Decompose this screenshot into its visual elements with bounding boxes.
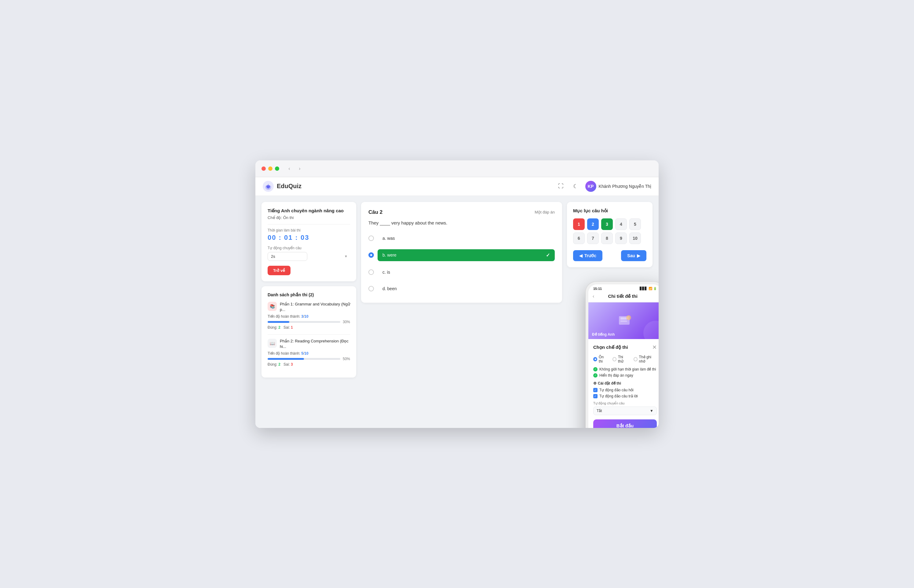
start-button[interactable]: Bắt đầu bbox=[593, 419, 657, 428]
modal-title: Chọn chế độ thi bbox=[593, 344, 628, 350]
phone-screen-title: Chi tiết đề thi bbox=[597, 294, 649, 299]
sections-title: Danh sách phần thi (2) bbox=[268, 292, 350, 297]
info-card: Tiếng Anh chuyên ngành nâng cao Chế độ: … bbox=[262, 202, 356, 281]
radio-dot-b bbox=[370, 254, 372, 256]
q-num-5[interactable]: 5 bbox=[629, 218, 641, 230]
svg-rect-4 bbox=[620, 321, 627, 321]
user-avatar[interactable]: KP Khánh Phương Nguyễn Thị bbox=[585, 181, 651, 192]
mode-options: Ôn thi Thi thử Thẻ ghi nhớ bbox=[593, 355, 657, 363]
progress-bar-1 bbox=[268, 321, 340, 323]
score-line-1: Đúng: 2 Sai: 1 bbox=[268, 325, 350, 330]
progress-fill-2 bbox=[268, 358, 304, 360]
progress-pct-2: 50% bbox=[343, 357, 350, 361]
mode-radio-thithu[interactable]: Thi thử bbox=[612, 355, 629, 363]
user-name: Khánh Phương Nguyễn Thị bbox=[599, 184, 651, 189]
phone-banner-illustration bbox=[616, 312, 634, 330]
radio-circle-onthi bbox=[593, 357, 597, 361]
svg-rect-3 bbox=[620, 320, 627, 320]
option-b[interactable]: b. were ✓ bbox=[368, 248, 555, 262]
header-right: ⛶ ☾ KP Khánh Phương Nguyễn Thị bbox=[556, 181, 651, 192]
section-card: Danh sách phần thi (2) 📚 Phần 1: Grammar… bbox=[262, 286, 356, 378]
timer-section: Thời gian làm bài thi 00 : 01 : 03 bbox=[268, 228, 350, 242]
checkbox-2: ✓ bbox=[593, 394, 597, 398]
section-header: 📚 Phần 1: Grammar and Vocabulary (Ngữ p.… bbox=[268, 302, 350, 312]
app-logo: EduQuiz bbox=[263, 181, 302, 192]
app-content: Tiếng Anh chuyên ngành nâng cao Chế độ: … bbox=[255, 196, 659, 428]
browser-window: ‹ › EduQuiz ⛶ ☾ KP Khánh Phương Nguyễn T… bbox=[255, 160, 659, 428]
course-title: Tiếng Anh chuyên ngành nâng cao bbox=[268, 208, 350, 213]
modal-close-icon[interactable]: ✕ bbox=[652, 344, 657, 351]
option-label-a: a. was bbox=[378, 233, 555, 244]
q-num-2[interactable]: 2 bbox=[587, 218, 599, 230]
phone-back-icon[interactable]: ‹ bbox=[593, 294, 594, 299]
auto-select[interactable]: 2s 5s Tắt bbox=[268, 252, 307, 261]
theme-icon[interactable]: ☾ bbox=[571, 181, 580, 191]
option-a[interactable]: a. was bbox=[368, 231, 555, 245]
section-divider bbox=[268, 334, 350, 335]
radio-a[interactable] bbox=[368, 236, 374, 241]
checkbox-1: ✓ bbox=[593, 388, 597, 392]
options-list: a. was b. were ✓ bbox=[368, 231, 555, 296]
radio-b[interactable] bbox=[368, 252, 374, 258]
mode-label: Chế độ: Ôn thi bbox=[268, 215, 350, 220]
forward-arrow[interactable]: › bbox=[296, 165, 304, 173]
progress-bar-wrap-2: 50% bbox=[268, 357, 350, 361]
q-num-7[interactable]: 7 bbox=[587, 233, 599, 244]
auto-select-wrapper: 2s 5s Tắt ▼ bbox=[268, 252, 350, 261]
q-num-9[interactable]: 9 bbox=[615, 233, 627, 244]
settings-section: ⚙ Cài đặt đề thi ✓ Tự động đảo câu hỏi ✓… bbox=[593, 381, 657, 398]
progress-fill-1 bbox=[268, 321, 289, 323]
check-item-2: ✓ Hiển thị đáp án ngay bbox=[593, 373, 657, 378]
mode-radio-onthi[interactable]: Ôn thi bbox=[593, 355, 607, 363]
section-icon-2: 📖 bbox=[268, 339, 277, 348]
phone-topbar: ‹ Chi tiết đề thi bbox=[588, 292, 659, 302]
question-text: They ____ very happy about the news. bbox=[368, 220, 555, 225]
auto-switch-section: Tự động chuyển câu Tắt ▼ bbox=[593, 401, 657, 415]
app-header: EduQuiz ⛶ ☾ KP Khánh Phương Nguyễn Thị bbox=[255, 177, 659, 196]
q-num-1[interactable]: 1 bbox=[573, 218, 585, 230]
check-dot-2: ✓ bbox=[593, 373, 597, 378]
next-button[interactable]: Sau ▶ bbox=[621, 250, 646, 261]
check-dot-1: ✓ bbox=[593, 367, 597, 372]
section-item-2: 📖 Phần 2: Reading Comprehension (Đọc hi.… bbox=[268, 338, 350, 367]
radio-circle-theghinho bbox=[633, 357, 638, 361]
section-name-1: Phần 1: Grammar and Vocabulary (Ngữ p... bbox=[280, 302, 350, 312]
traffic-light-yellow[interactable] bbox=[268, 166, 273, 171]
option-d[interactable]: d. been bbox=[368, 282, 555, 296]
radio-circle-thithu bbox=[612, 357, 617, 361]
progress-label-2: Tiến độ hoàn thành: 5/10 bbox=[268, 351, 350, 355]
checkbox-item-1[interactable]: ✓ Tự động đảo câu hỏi bbox=[593, 388, 657, 392]
q-num-8[interactable]: 8 bbox=[601, 233, 613, 244]
prev-button[interactable]: ◀ Trước bbox=[573, 250, 602, 261]
progress-pct-1: 30% bbox=[343, 320, 350, 324]
radio-d[interactable] bbox=[368, 286, 374, 291]
answer-type: Một đáp án bbox=[535, 210, 555, 215]
checkbox-item-2[interactable]: ✓ Tự động đảo câu trả lời bbox=[593, 394, 657, 398]
q-num-6[interactable]: 6 bbox=[573, 233, 585, 244]
mode-radio-theghinho[interactable]: Thẻ ghi nhớ bbox=[633, 355, 657, 363]
question-card: Câu 2 Một đáp án They ____ very happy ab… bbox=[361, 202, 562, 303]
traffic-light-green[interactable] bbox=[275, 166, 279, 171]
option-label-c: c. is bbox=[378, 267, 555, 278]
traffic-lights bbox=[262, 166, 279, 171]
section-header-2: 📖 Phần 2: Reading Comprehension (Đọc hi.… bbox=[268, 338, 350, 349]
expand-icon[interactable]: ⛶ bbox=[556, 181, 566, 191]
q-num-3[interactable]: 3 bbox=[601, 218, 613, 230]
section-item: 📚 Phần 1: Grammar and Vocabulary (Ngữ p.… bbox=[268, 302, 350, 330]
option-label-d: d. been bbox=[378, 283, 555, 294]
progress-bar-2 bbox=[268, 358, 340, 360]
section-name-2: Phần 2: Reading Comprehension (Đọc hi... bbox=[280, 338, 350, 349]
traffic-light-red[interactable] bbox=[262, 166, 266, 171]
timer-value: 00 : 01 : 03 bbox=[268, 234, 350, 242]
back-arrow[interactable]: ‹ bbox=[285, 165, 293, 173]
svg-point-5 bbox=[626, 315, 631, 320]
prev-arrow-icon: ◀ bbox=[579, 253, 583, 258]
left-panel: Tiếng Anh chuyên ngành nâng cao Chế độ: … bbox=[262, 202, 356, 422]
auto-switch-select[interactable]: Tắt ▼ bbox=[593, 407, 657, 415]
radio-c[interactable] bbox=[368, 270, 374, 275]
q-num-4[interactable]: 4 bbox=[615, 218, 627, 230]
q-num-10[interactable]: 10 bbox=[629, 233, 641, 244]
back-button[interactable]: Trở về bbox=[268, 266, 291, 275]
option-c[interactable]: c. is bbox=[368, 265, 555, 279]
score-line-2: Đúng: 2 Sai: 3 bbox=[268, 362, 350, 367]
